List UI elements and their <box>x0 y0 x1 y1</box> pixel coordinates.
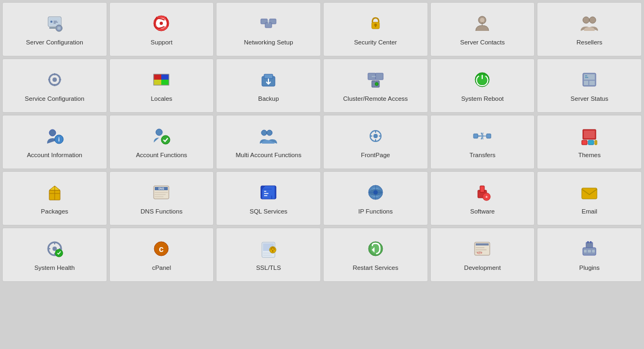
support-icon <box>150 12 172 34</box>
cell-service-configuration[interactable]: Service Configuration <box>2 59 107 113</box>
svg-rect-115 <box>587 241 589 243</box>
svg-rect-93 <box>48 248 50 249</box>
frontpage-icon <box>365 125 386 147</box>
cell-restart-services[interactable]: Restart Services <box>323 228 428 282</box>
themes-icon <box>579 125 600 147</box>
cell-ip-functions[interactable]: IP Functions <box>323 171 428 225</box>
cell-themes[interactable]: Themes <box>537 115 642 169</box>
networking-setup-label: Networking Setup <box>244 38 293 47</box>
dns-functions-icon: DNS <box>150 182 172 203</box>
frontpage-label: FrontPage <box>361 151 390 159</box>
system-reboot-icon <box>471 69 493 91</box>
locales-icon <box>150 69 172 91</box>
sql-services-label: SQL Services <box>249 208 287 216</box>
locales-label: Locales <box>151 95 173 103</box>
svg-rect-25 <box>48 79 50 80</box>
system-health-icon <box>44 238 65 260</box>
resellers-label: Resellers <box>576 38 602 47</box>
main-grid: Server Configuration Support Networking … <box>0 0 644 284</box>
cell-cpanel[interactable]: c cPanel <box>109 228 214 282</box>
svg-point-20 <box>589 17 596 23</box>
software-icon: + <box>471 182 493 203</box>
cluster-remote-access-icon <box>365 69 386 91</box>
svg-point-83 <box>373 190 378 195</box>
svg-rect-119 <box>592 250 595 253</box>
security-center-icon <box>365 12 386 34</box>
svg-rect-30 <box>154 80 161 85</box>
account-functions-label: Account Functions <box>136 151 187 159</box>
cell-development[interactable]: </> Development <box>430 228 535 282</box>
svg-rect-85 <box>480 186 484 192</box>
email-icon <box>579 182 600 203</box>
svg-rect-46 <box>585 75 587 76</box>
resellers-icon <box>579 12 600 34</box>
server-status-label: Server Status <box>570 95 608 103</box>
software-label: Software <box>470 208 495 216</box>
svg-point-52 <box>161 135 170 144</box>
cluster-remote-access-label: Cluster/Remote Access <box>343 95 408 103</box>
cell-account-information[interactable]: i Account Information <box>2 115 107 169</box>
networking-setup-icon <box>258 12 279 34</box>
svg-rect-117 <box>584 250 587 253</box>
svg-rect-24 <box>54 84 55 86</box>
cell-dns-functions[interactable]: DNS DNS Functions <box>109 171 214 225</box>
cell-account-functions[interactable]: Account Functions <box>109 115 214 169</box>
restart-services-icon <box>365 238 386 260</box>
svg-text:DNS: DNS <box>159 187 165 190</box>
system-reboot-label: System Reboot <box>461 95 504 103</box>
restart-services-label: Restart Services <box>353 264 398 272</box>
svg-rect-16 <box>375 25 376 27</box>
cell-server-status[interactable]: Server Status <box>537 59 642 113</box>
svg-rect-41 <box>482 75 483 79</box>
cell-server-configuration[interactable]: Server Configuration <box>2 2 107 56</box>
cell-support[interactable]: Support <box>109 2 214 56</box>
svg-rect-47 <box>585 77 588 78</box>
svg-point-48 <box>49 130 56 136</box>
svg-point-51 <box>156 129 162 135</box>
development-icon: </> <box>471 238 493 260</box>
svg-rect-36 <box>376 73 383 80</box>
cell-networking-setup[interactable]: Networking Setup <box>216 2 321 56</box>
cell-security-center[interactable]: Security Center <box>323 2 428 56</box>
service-configuration-label: Service Configuration <box>25 95 84 103</box>
svg-point-8 <box>160 22 163 25</box>
svg-rect-28 <box>154 74 161 80</box>
cell-system-reboot[interactable]: System Reboot <box>430 59 535 113</box>
svg-text:c: c <box>159 244 164 254</box>
cell-transfers[interactable]: Transfers <box>430 115 535 169</box>
cell-plugins[interactable]: Plugins <box>537 228 642 282</box>
cell-resellers[interactable]: Resellers <box>537 2 642 56</box>
cpanel-label: cPanel <box>152 264 171 272</box>
cell-locales[interactable]: Locales <box>109 59 214 113</box>
cell-sql-services[interactable]: SQL Services <box>216 171 321 225</box>
cell-packages[interactable]: Packages <box>2 171 107 225</box>
packages-icon <box>44 182 65 203</box>
security-center-label: Security Center <box>354 38 397 47</box>
svg-point-53 <box>261 130 267 135</box>
transfers-icon <box>471 125 493 147</box>
service-configuration-icon <box>44 69 65 91</box>
svg-rect-66 <box>588 140 594 145</box>
backup-label: Backup <box>258 95 279 103</box>
cell-cluster-remote-access[interactable]: Cluster/Remote Access <box>323 59 428 113</box>
cell-ssl-tls[interactable]: SSL/TLS <box>216 228 321 282</box>
plugins-icon <box>579 238 600 260</box>
cell-system-health[interactable]: System Health <box>2 228 107 282</box>
cell-email[interactable]: Email <box>537 171 642 225</box>
svg-point-18 <box>480 18 484 22</box>
cell-software[interactable]: + Software <box>430 171 535 225</box>
svg-rect-103 <box>272 250 273 252</box>
svg-rect-88 <box>582 188 597 199</box>
svg-rect-29 <box>161 74 169 80</box>
cell-backup[interactable]: Backup <box>216 59 321 113</box>
svg-point-38 <box>375 82 378 86</box>
account-functions-icon <box>150 125 172 147</box>
cell-multi-account-functions[interactable]: Multi Account Functions <box>216 115 321 169</box>
cell-frontpage[interactable]: FrontPage <box>323 115 428 169</box>
server-contacts-label: Server Contacts <box>460 38 504 47</box>
svg-rect-118 <box>588 250 591 253</box>
svg-rect-62 <box>487 134 491 138</box>
svg-rect-34 <box>264 74 273 79</box>
svg-point-5 <box>50 21 52 23</box>
cell-server-contacts[interactable]: Server Contacts <box>430 2 535 56</box>
